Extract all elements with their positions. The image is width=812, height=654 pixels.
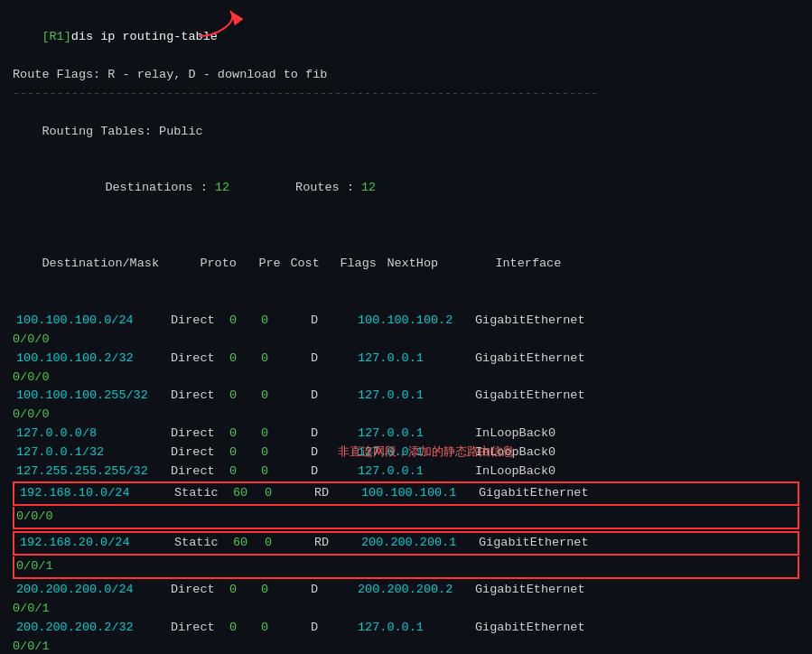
table-row: 100.100.100.255/32Direct00D127.0.0.1Giga… [13,387,799,425]
col-iface-header: Interface [495,257,561,270]
routing-tables-header: Routing Tables: Public [13,104,799,161]
table-row: 127.0.0.1/32Direct00D127.0.0.1InLoopBack… [13,444,799,462]
table-row: 100.100.100.0/24Direct00D100.100.100.2Gi… [13,312,799,350]
routes-container: 100.100.100.0/24Direct00D100.100.100.2Gi… [13,312,799,654]
destinations-label: Destinations [42,181,192,194]
separator-line: ----------------------------------------… [13,85,799,104]
table-row: 192.168.20.0/24Static600RD200.200.200.1G… [13,531,799,579]
terminal: [R1]dis ip routing-table Route Flags: R … [0,0,812,654]
colon2: : [340,181,361,194]
annotation-text: 非直连网段，添加的静态路由信息 [338,444,514,460]
destinations-value: 12 [215,181,229,194]
spacer1 [229,181,295,194]
table-row: 100.100.100.2/32Direct00D127.0.0.1Gigabi… [13,350,799,388]
table-row: 200.200.200.0/24Direct00D200.200.200.2Gi… [13,581,799,619]
table-row: 127.255.255.255/32Direct00D127.0.0.1InLo… [13,462,799,481]
table-row: 192.168.10.0/24Static600RD100.100.100.1G… [13,481,799,529]
table-row: 127.0.0.0/8Direct00D127.0.0.1InLoopBack0 [13,425,799,444]
prompt: [R1] [42,30,70,43]
col-pre-header: Pre [258,255,290,274]
col-proto-header: Proto [200,255,258,274]
colon1: : [193,181,215,194]
col-nexthop-header: NextHop [387,255,495,274]
routing-tables-label: Routing Tables: Public [42,125,202,138]
table-row: 200.200.200.2/32Direct00D127.0.0.1Gigabi… [13,619,799,654]
col-flags-header: Flags [340,255,387,274]
routes-value: 12 [361,181,376,194]
column-headers: Destination/MaskProtoPreCostFlagsNextHop… [13,236,799,293]
col-dest-header: Destination/Mask [42,255,200,274]
col-cost-header: Cost [290,255,340,274]
command-line: [R1]dis ip routing-table [13,9,799,66]
dest-routes-line: Destinations : 12 Routes : 12 [13,160,799,217]
command-text: dis ip routing-table [71,30,218,43]
flags-line: Route Flags: R - relay, D - download to … [13,66,799,85]
routes-label: Routes [295,181,340,194]
